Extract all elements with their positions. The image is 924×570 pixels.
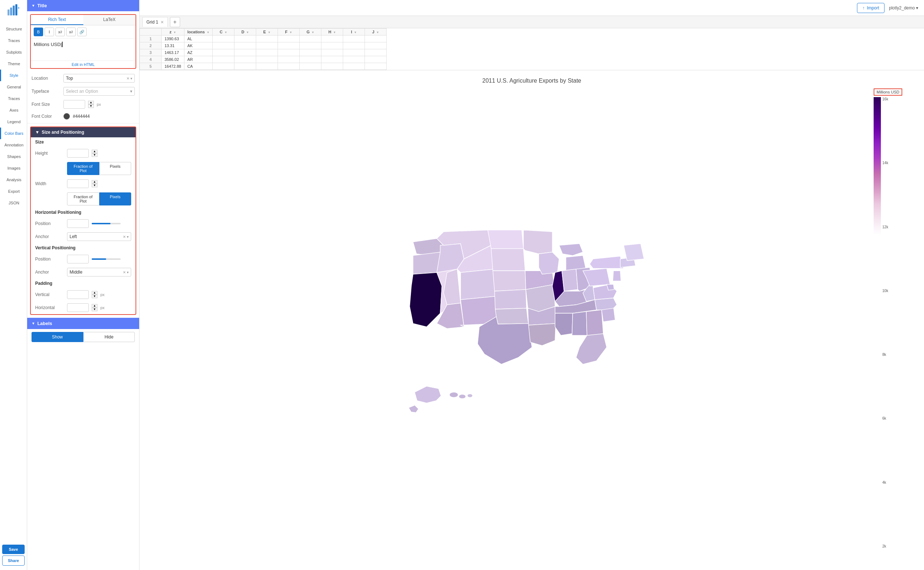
col-c-header[interactable]: C ▼ bbox=[213, 29, 234, 35]
cell-c[interactable] bbox=[213, 42, 234, 49]
grid-tab-close[interactable]: ✕ bbox=[161, 20, 164, 25]
width-down[interactable]: ▼ bbox=[92, 184, 98, 187]
col-h-header[interactable]: H ▼ bbox=[322, 29, 343, 35]
width-pixels-btn[interactable]: Pixels bbox=[99, 192, 132, 205]
cell-d[interactable] bbox=[234, 49, 256, 56]
latex-tab[interactable]: LaTeX bbox=[83, 15, 136, 25]
cell-loc[interactable]: AZ bbox=[184, 49, 212, 56]
v-anchor-select[interactable]: Middle ✕ ▾ bbox=[67, 268, 131, 276]
cell-c[interactable] bbox=[213, 56, 234, 63]
sidebar-item-axes[interactable]: Axes bbox=[0, 104, 27, 116]
sidebar-item-structure[interactable]: Structure bbox=[0, 23, 27, 35]
col-locations-header[interactable]: locations ▼ bbox=[184, 29, 212, 35]
cell-d[interactable] bbox=[234, 42, 256, 49]
sidebar-item-color-bars[interactable]: Color Bars bbox=[0, 127, 27, 139]
width-input[interactable]: 30 bbox=[67, 179, 89, 188]
table-row[interactable]: 5 16472.88 CA bbox=[140, 63, 387, 70]
cell-i[interactable] bbox=[343, 42, 365, 49]
table-row[interactable]: 2 13.31 AK bbox=[140, 42, 387, 49]
cell-e[interactable] bbox=[256, 35, 278, 42]
show-labels-btn[interactable]: Show bbox=[32, 332, 83, 342]
sidebar-item-legend[interactable]: Legend bbox=[0, 116, 27, 127]
h-padding-input[interactable]: 10 bbox=[67, 303, 89, 312]
col-z-header[interactable]: z ▼ bbox=[162, 29, 184, 35]
cell-i[interactable] bbox=[343, 56, 365, 63]
table-row[interactable]: 3 1463.17 AZ bbox=[140, 49, 387, 56]
h-padding-down[interactable]: ▼ bbox=[92, 308, 98, 311]
cell-g[interactable] bbox=[300, 42, 322, 49]
typeface-select[interactable]: Select an Option ▾ bbox=[63, 87, 135, 96]
edit-html-link[interactable]: Edit in HTML bbox=[31, 61, 135, 68]
cell-i[interactable] bbox=[343, 63, 365, 70]
v-padding-input[interactable]: 10 bbox=[67, 290, 89, 299]
cell-d[interactable] bbox=[234, 63, 256, 70]
cell-f[interactable] bbox=[278, 56, 300, 63]
col-f-header[interactable]: F ▼ bbox=[278, 29, 300, 35]
sidebar-item-analysis[interactable]: Analysis bbox=[0, 174, 27, 185]
sidebar-item-style[interactable]: Style bbox=[0, 70, 27, 81]
cell-e[interactable] bbox=[256, 63, 278, 70]
user-menu[interactable]: plotly2_demo ▾ bbox=[889, 5, 918, 11]
cell-g[interactable] bbox=[300, 56, 322, 63]
sidebar-item-images[interactable]: Images bbox=[0, 162, 27, 174]
rich-text-tab[interactable]: Rich Text bbox=[31, 15, 83, 25]
sidebar-item-export[interactable]: Export bbox=[0, 185, 27, 197]
spreadsheet[interactable]: z ▼ locations ▼ C ▼ D ▼ E ▼ F ▼ G ▼ H ▼ … bbox=[139, 28, 924, 70]
cell-e[interactable] bbox=[256, 49, 278, 56]
col-g-header[interactable]: G ▼ bbox=[300, 29, 322, 35]
col-e-header[interactable]: E ▼ bbox=[256, 29, 278, 35]
cell-z[interactable]: 3586.02 bbox=[162, 56, 184, 63]
font-color-dot[interactable] bbox=[63, 113, 70, 120]
v-position-input[interactable]: 0.5 bbox=[67, 255, 89, 264]
cell-z[interactable]: 1463.17 bbox=[162, 49, 184, 56]
cell-loc[interactable]: AL bbox=[184, 35, 212, 42]
h-anchor-select[interactable]: Left ✕ ▾ bbox=[67, 232, 131, 241]
cell-j[interactable] bbox=[365, 56, 387, 63]
height-input[interactable]: 1 bbox=[67, 149, 89, 158]
sidebar-item-traces[interactable]: Traces bbox=[0, 35, 27, 46]
cell-d[interactable] bbox=[234, 56, 256, 63]
col-i-header[interactable]: I ▼ bbox=[343, 29, 365, 35]
height-up[interactable]: ▲ bbox=[92, 150, 98, 153]
h-position-slider-track[interactable] bbox=[92, 223, 121, 224]
cell-f[interactable] bbox=[278, 49, 300, 56]
cell-c[interactable] bbox=[213, 63, 234, 70]
v-position-slider-track[interactable] bbox=[92, 258, 121, 260]
cell-f[interactable] bbox=[278, 35, 300, 42]
font-size-up[interactable]: ▲ bbox=[88, 101, 94, 104]
font-size-input[interactable]: 12 bbox=[63, 100, 85, 109]
cell-j[interactable] bbox=[365, 42, 387, 49]
cell-c[interactable] bbox=[213, 49, 234, 56]
cell-i[interactable] bbox=[343, 35, 365, 42]
h-padding-up[interactable]: ▲ bbox=[92, 304, 98, 308]
cell-h[interactable] bbox=[322, 49, 343, 56]
cell-i[interactable] bbox=[343, 49, 365, 56]
sidebar-item-subplots[interactable]: Subplots bbox=[0, 46, 27, 58]
cell-g[interactable] bbox=[300, 35, 322, 42]
cell-z[interactable]: 1390.63 bbox=[162, 35, 184, 42]
col-d-header[interactable]: D ▼ bbox=[234, 29, 256, 35]
height-fraction-btn[interactable]: Fraction of Plot bbox=[67, 162, 99, 175]
cell-e[interactable] bbox=[256, 56, 278, 63]
bold-button[interactable]: B bbox=[34, 28, 43, 36]
sidebar-item-traces2[interactable]: Traces bbox=[0, 93, 27, 104]
width-up[interactable]: ▲ bbox=[92, 180, 98, 184]
width-fraction-btn[interactable]: Fraction of Plot bbox=[67, 192, 99, 205]
superscript-button[interactable]: x2 bbox=[66, 28, 76, 36]
v-padding-up[interactable]: ▲ bbox=[92, 291, 98, 294]
table-row[interactable]: 1 1390.63 AL bbox=[140, 35, 387, 42]
title-section-header[interactable]: ▼ Title bbox=[27, 0, 139, 11]
cell-h[interactable] bbox=[322, 56, 343, 63]
cell-c[interactable] bbox=[213, 35, 234, 42]
cell-loc[interactable]: AK bbox=[184, 42, 212, 49]
col-j-header[interactable]: J ▼ bbox=[365, 29, 387, 35]
cell-j[interactable] bbox=[365, 35, 387, 42]
size-positioning-header[interactable]: ▼ Size and Positioning bbox=[31, 127, 135, 137]
cell-j[interactable] bbox=[365, 49, 387, 56]
share-button[interactable]: Share bbox=[2, 556, 25, 565]
add-grid-button[interactable]: + bbox=[170, 17, 180, 27]
cell-e[interactable] bbox=[256, 42, 278, 49]
cell-f[interactable] bbox=[278, 63, 300, 70]
v-padding-down[interactable]: ▼ bbox=[92, 294, 98, 298]
cell-h[interactable] bbox=[322, 42, 343, 49]
